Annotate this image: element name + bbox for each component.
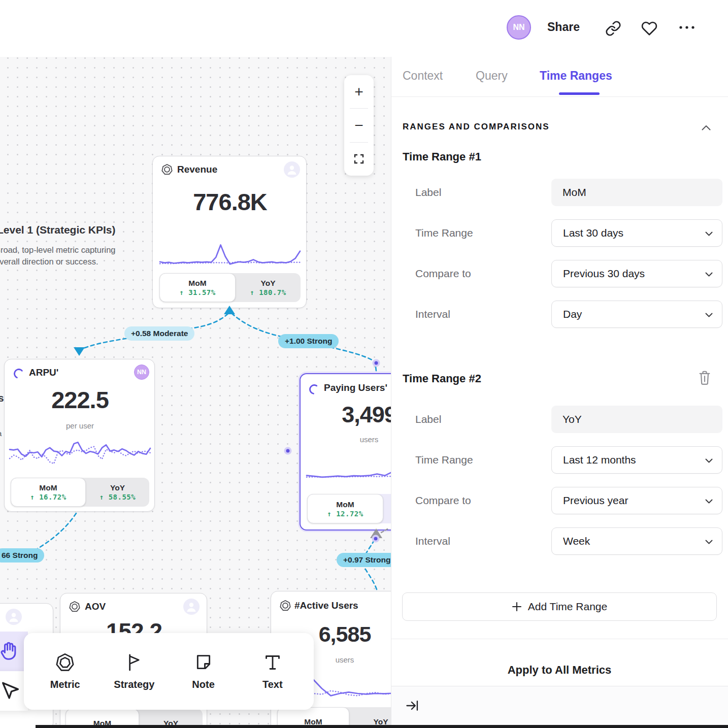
- person-icon: [183, 599, 200, 615]
- tool-note[interactable]: Note: [176, 652, 231, 690]
- window-edge: [36, 725, 728, 728]
- more-options-icon[interactable]: [678, 24, 696, 30]
- time-range-segment: MoM ↑ 16.72% YoY ↑ 58.55%: [11, 478, 149, 507]
- correlation-badge[interactable]: +0.97 Strong: [337, 553, 391, 567]
- field-label: Time Range: [415, 219, 537, 247]
- clipped-text-fragment: s: [0, 392, 4, 404]
- tool-metric[interactable]: Metric: [37, 652, 93, 690]
- metric-tree-canvas[interactable]: +0.58 Moderate +1.00 Strong 66 Strong +0…: [0, 0, 391, 728]
- collaborator-badge: NN: [134, 365, 149, 380]
- time-range-2-title: Time Range #2: [403, 372, 481, 385]
- sparkline: [160, 241, 300, 266]
- delete-trash-icon[interactable]: [698, 370, 712, 386]
- segment-mom[interactable]: MoM ↑ 12.72%: [307, 494, 383, 523]
- interval-select[interactable]: Week: [551, 527, 722, 555]
- canvas-note-body[interactable]: Broad, top-level metric capturing overal…: [0, 244, 116, 268]
- compare-to-select[interactable]: Previous year: [551, 487, 722, 514]
- user-avatar[interactable]: NN: [507, 15, 531, 40]
- segment-mom[interactable]: MoM ↑ 31.57%: [159, 273, 236, 302]
- connection-handle: [285, 448, 291, 454]
- select-value: Week: [563, 535, 590, 547]
- time-range-select[interactable]: Last 12 months: [551, 446, 722, 474]
- zoom-controls: + −: [344, 75, 374, 176]
- label-input[interactable]: YoY: [551, 406, 722, 433]
- flag-icon: [124, 652, 144, 673]
- field-label: Interval: [415, 527, 537, 555]
- time-range-segment: MoM ↑ 12.72%: [307, 494, 391, 523]
- zoom-in-button[interactable]: +: [344, 75, 374, 108]
- segment-delta: ↑ 180.7%: [250, 288, 286, 296]
- plus-icon: [512, 602, 522, 612]
- metric-card-arpu[interactable]: ARPU' NN 222.5 per user MoM ↑ 16.72% YoY…: [4, 359, 155, 512]
- settings-panel: Context Query Time Ranges RANGES AND COM…: [391, 0, 728, 728]
- add-time-range-label: Add Time Range: [528, 601, 607, 613]
- card-title: #Active Users: [294, 600, 358, 611]
- copy-link-icon[interactable]: [605, 20, 621, 37]
- correlation-badge[interactable]: +1.00 Strong: [278, 334, 339, 348]
- metric-value: 776.8K: [153, 188, 307, 216]
- collapse-chevron-up-icon[interactable]: [702, 125, 711, 130]
- tab-time-ranges[interactable]: Time Ranges: [540, 69, 612, 83]
- share-button[interactable]: Share: [547, 20, 580, 34]
- metric-unit: users: [306, 435, 391, 444]
- apply-all-metrics-button[interactable]: Apply to All Metrics: [391, 664, 728, 677]
- tab-query[interactable]: Query: [476, 69, 508, 83]
- text-icon: [262, 652, 283, 673]
- segment-delta: ↑ 16.72%: [30, 493, 66, 501]
- canvas-note-title[interactable]: Level 1 (Strategic KPIs): [0, 224, 115, 236]
- tool-label: Note: [192, 679, 214, 690]
- tool-label: Text: [262, 679, 283, 690]
- clipped-text-fragment: a: [0, 429, 2, 438]
- field-label: Label: [415, 179, 537, 206]
- top-bar: NN Share: [0, 0, 728, 57]
- segment-mom[interactable]: MoM ↑ 16.72%: [11, 478, 86, 507]
- card-title: ARPU': [29, 367, 58, 378]
- segment-yoy[interactable]: YoY ↑ 58.55%: [86, 478, 149, 507]
- correlation-badge[interactable]: 66 Strong: [0, 548, 44, 562]
- collapse-panel-icon[interactable]: [405, 699, 419, 713]
- label-input[interactable]: MoM: [551, 179, 722, 206]
- tool-strategy[interactable]: Strategy: [106, 652, 162, 690]
- metric-unit: per user: [5, 421, 155, 430]
- interval-select[interactable]: Day: [551, 301, 722, 328]
- select-value: Last 30 days: [563, 227, 623, 239]
- chevron-down-icon: [705, 499, 713, 504]
- time-range-select[interactable]: Last 30 days: [551, 219, 722, 247]
- spinner-icon: [13, 368, 25, 380]
- chevron-down-icon: [705, 231, 713, 236]
- select-value: Previous year: [563, 494, 628, 506]
- field-label: Compare to: [415, 260, 537, 287]
- correlation-badge[interactable]: +0.58 Moderate: [124, 326, 194, 341]
- favorite-heart-icon[interactable]: [641, 20, 657, 37]
- select-value: Last 12 months: [563, 454, 636, 466]
- add-time-range-button[interactable]: Add Time Range: [402, 592, 717, 621]
- tool-label: Strategy: [114, 679, 154, 690]
- field-label: Time Range: [415, 446, 537, 474]
- metric-hexagon-icon: [69, 601, 81, 613]
- segment-delta: ↑ 12.72%: [327, 510, 363, 518]
- time-range-1-title: Time Range #1: [403, 150, 481, 163]
- fullscreen-icon: [353, 153, 365, 165]
- note-line: overall direction or success.: [0, 256, 116, 268]
- tool-text[interactable]: Text: [245, 652, 301, 690]
- tab-context[interactable]: Context: [403, 69, 443, 83]
- owner-avatar: [284, 161, 300, 178]
- metric-value: 3,499: [306, 402, 391, 428]
- compare-to-select[interactable]: Previous 30 days: [551, 260, 722, 287]
- segment-label: MoM: [336, 500, 354, 509]
- metric-hexagon-icon: [55, 652, 75, 673]
- card-title: Revenue: [177, 164, 217, 175]
- chevron-down-icon: [705, 272, 713, 277]
- canvas-toolbar: Metric Strategy Note Text: [24, 633, 314, 710]
- sparkline: [10, 437, 150, 468]
- fit-view-button[interactable]: [344, 143, 374, 176]
- zoom-out-button[interactable]: −: [344, 109, 374, 142]
- note-line: Broad, top-level metric capturing: [0, 244, 116, 256]
- metric-card-revenue[interactable]: Revenue 776.8K MoM ↑ 31.57% YoY ↑ 180.7%: [152, 156, 307, 308]
- metric-card-paying-users[interactable]: Paying Users' 3,499 users MoM ↑ 12.72%: [300, 373, 391, 531]
- select-value: Day: [563, 308, 582, 320]
- segment-yoy[interactable]: YoY ↑ 180.7%: [236, 273, 301, 302]
- connection-handle: [373, 536, 379, 542]
- person-icon: [284, 161, 300, 178]
- panel-divider: [391, 57, 391, 728]
